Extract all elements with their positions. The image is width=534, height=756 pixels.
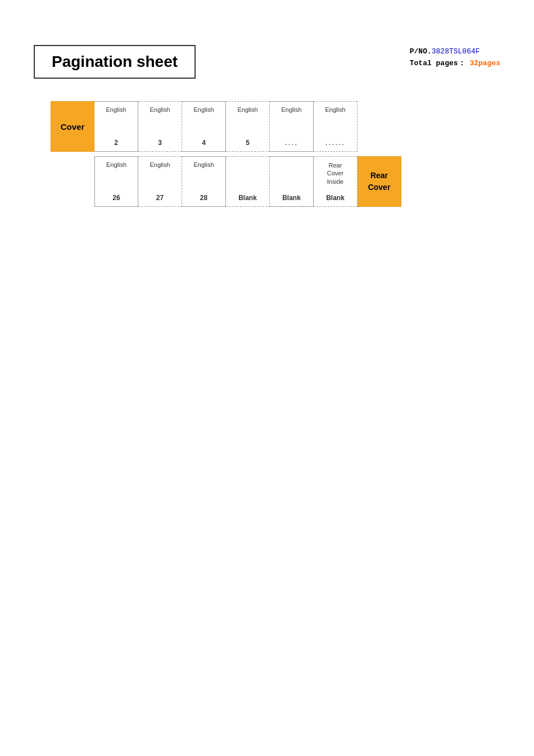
pno-line: P/NO.3828TSL064F [410, 47, 500, 56]
cover-label: Cover [61, 122, 85, 132]
title-box: Pagination sheet [34, 45, 196, 79]
cover-cell: Cover [51, 101, 94, 152]
cell-number-2: 2 [114, 139, 118, 147]
cell-label-5: English [237, 106, 257, 113]
cell-number-blank1: Blank [238, 194, 257, 202]
rear-cover-cell: RearCover [357, 156, 401, 207]
page-cell-dots1: English .... [270, 101, 314, 152]
cell-number-5: 5 [246, 139, 250, 147]
cell-label-dots2: English [325, 106, 345, 113]
cell-number-4: 4 [202, 139, 206, 147]
cell-label-28: English [193, 161, 214, 168]
cell-label-4: English [193, 106, 214, 113]
page-cell-28: English 28 [182, 156, 226, 207]
cell-number-27: 27 [156, 194, 164, 202]
page-cell-26: English 26 [94, 156, 138, 207]
cell-label-27: English [150, 161, 170, 168]
cell-label-2: English [106, 106, 126, 113]
total-label: Total pages [410, 59, 458, 67]
pno-value: 3828TSL064F [432, 47, 480, 56]
page-cell-rear-inside: RearCoverInside Blank [314, 156, 357, 207]
row1: Cover English 2 English 3 English 4 Engl… [51, 101, 500, 152]
page-cell-3: English 3 [138, 101, 182, 152]
row2: English 26 English 27 English 28 Blank B… [94, 156, 500, 207]
page-cell-4: English 4 [182, 101, 226, 152]
page-cell-2: English 2 [94, 101, 138, 152]
pagination-grid: Cover English 2 English 3 English 4 Engl… [51, 101, 500, 207]
page-cell-blank1: Blank [226, 156, 270, 207]
cell-label-26: English [106, 161, 126, 168]
header: Pagination sheet P/NO.3828TSL064F Total … [34, 45, 500, 79]
total-colon: ： [458, 59, 465, 67]
page-cell-dots2: English ...... [314, 101, 357, 152]
cell-number-26: 26 [112, 194, 120, 202]
rear-cover-label: RearCover [368, 170, 391, 193]
cell-number-blank2: Blank [282, 194, 301, 202]
cell-number-rear-inside: Blank [326, 194, 345, 202]
page-title: Pagination sheet [52, 53, 178, 70]
cell-label-dots1: English [281, 106, 301, 113]
page-cell-5: English 5 [226, 101, 270, 152]
cell-dots2: ...... [325, 138, 345, 147]
cell-label-3: English [150, 106, 170, 113]
cell-dots1: .... [285, 138, 298, 147]
pno-label: P/NO. [410, 47, 432, 56]
info-box: P/NO.3828TSL064F Total pages： 32pages [410, 47, 500, 68]
cell-label-rear-inside: RearCoverInside [327, 161, 343, 185]
page-cell-27: English 27 [138, 156, 182, 207]
cell-number-28: 28 [200, 194, 207, 202]
page-cell-blank2: Blank [270, 156, 314, 207]
total-value: 32pages [469, 59, 500, 67]
total-line: Total pages： 32pages [410, 58, 500, 68]
cell-number-3: 3 [158, 139, 162, 147]
